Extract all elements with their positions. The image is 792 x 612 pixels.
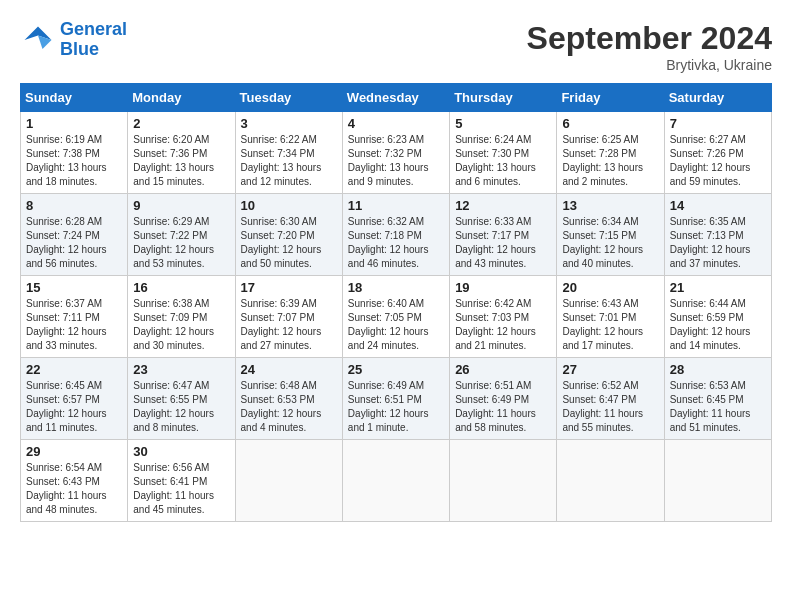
calendar-day-cell: 23Sunrise: 6:47 AM Sunset: 6:55 PM Dayli… [128,358,235,440]
day-number: 10 [241,198,337,213]
logo-icon [20,22,56,58]
calendar-day-cell: 24Sunrise: 6:48 AM Sunset: 6:53 PM Dayli… [235,358,342,440]
calendar-day-cell: 12Sunrise: 6:33 AM Sunset: 7:17 PM Dayli… [450,194,557,276]
day-number: 30 [133,444,229,459]
page-header: General Blue September 2024 Brytivka, Uk… [20,20,772,73]
calendar-day-header: Wednesday [342,84,449,112]
day-info: Sunrise: 6:32 AM Sunset: 7:18 PM Dayligh… [348,215,444,271]
day-info: Sunrise: 6:40 AM Sunset: 7:05 PM Dayligh… [348,297,444,353]
logo-text: General Blue [60,20,127,60]
day-number: 4 [348,116,444,131]
day-number: 16 [133,280,229,295]
logo-line2: Blue [60,39,99,59]
calendar-day-cell: 8Sunrise: 6:28 AM Sunset: 7:24 PM Daylig… [21,194,128,276]
day-info: Sunrise: 6:24 AM Sunset: 7:30 PM Dayligh… [455,133,551,189]
calendar-week-row: 8Sunrise: 6:28 AM Sunset: 7:24 PM Daylig… [21,194,772,276]
calendar-day-cell [664,440,771,522]
location: Brytivka, Ukraine [527,57,772,73]
day-info: Sunrise: 6:28 AM Sunset: 7:24 PM Dayligh… [26,215,122,271]
day-info: Sunrise: 6:49 AM Sunset: 6:51 PM Dayligh… [348,379,444,435]
day-info: Sunrise: 6:22 AM Sunset: 7:34 PM Dayligh… [241,133,337,189]
day-info: Sunrise: 6:19 AM Sunset: 7:38 PM Dayligh… [26,133,122,189]
day-number: 9 [133,198,229,213]
calendar-day-header: Monday [128,84,235,112]
calendar-header-row: SundayMondayTuesdayWednesdayThursdayFrid… [21,84,772,112]
calendar-day-header: Tuesday [235,84,342,112]
calendar-day-cell: 19Sunrise: 6:42 AM Sunset: 7:03 PM Dayli… [450,276,557,358]
calendar-day-cell: 1Sunrise: 6:19 AM Sunset: 7:38 PM Daylig… [21,112,128,194]
day-number: 13 [562,198,658,213]
calendar-day-cell: 10Sunrise: 6:30 AM Sunset: 7:20 PM Dayli… [235,194,342,276]
calendar-day-cell [342,440,449,522]
calendar-week-row: 22Sunrise: 6:45 AM Sunset: 6:57 PM Dayli… [21,358,772,440]
day-info: Sunrise: 6:51 AM Sunset: 6:49 PM Dayligh… [455,379,551,435]
calendar-day-cell: 5Sunrise: 6:24 AM Sunset: 7:30 PM Daylig… [450,112,557,194]
calendar-day-cell [557,440,664,522]
day-number: 27 [562,362,658,377]
day-number: 5 [455,116,551,131]
calendar-day-header: Thursday [450,84,557,112]
calendar-day-cell: 3Sunrise: 6:22 AM Sunset: 7:34 PM Daylig… [235,112,342,194]
calendar-day-cell: 9Sunrise: 6:29 AM Sunset: 7:22 PM Daylig… [128,194,235,276]
day-info: Sunrise: 6:54 AM Sunset: 6:43 PM Dayligh… [26,461,122,517]
day-number: 22 [26,362,122,377]
day-number: 29 [26,444,122,459]
day-info: Sunrise: 6:33 AM Sunset: 7:17 PM Dayligh… [455,215,551,271]
day-info: Sunrise: 6:42 AM Sunset: 7:03 PM Dayligh… [455,297,551,353]
calendar-week-row: 1Sunrise: 6:19 AM Sunset: 7:38 PM Daylig… [21,112,772,194]
day-number: 8 [26,198,122,213]
calendar-day-cell [450,440,557,522]
day-number: 18 [348,280,444,295]
day-number: 23 [133,362,229,377]
calendar-day-cell [235,440,342,522]
day-number: 2 [133,116,229,131]
calendar-day-cell: 18Sunrise: 6:40 AM Sunset: 7:05 PM Dayli… [342,276,449,358]
calendar-week-row: 15Sunrise: 6:37 AM Sunset: 7:11 PM Dayli… [21,276,772,358]
title-block: September 2024 Brytivka, Ukraine [527,20,772,73]
day-number: 7 [670,116,766,131]
day-number: 24 [241,362,337,377]
calendar-day-cell: 2Sunrise: 6:20 AM Sunset: 7:36 PM Daylig… [128,112,235,194]
day-number: 28 [670,362,766,377]
day-info: Sunrise: 6:38 AM Sunset: 7:09 PM Dayligh… [133,297,229,353]
calendar-day-cell: 4Sunrise: 6:23 AM Sunset: 7:32 PM Daylig… [342,112,449,194]
calendar-day-cell: 13Sunrise: 6:34 AM Sunset: 7:15 PM Dayli… [557,194,664,276]
day-info: Sunrise: 6:53 AM Sunset: 6:45 PM Dayligh… [670,379,766,435]
day-number: 3 [241,116,337,131]
logo-line1: General [60,19,127,39]
calendar-day-cell: 26Sunrise: 6:51 AM Sunset: 6:49 PM Dayli… [450,358,557,440]
day-number: 6 [562,116,658,131]
day-info: Sunrise: 6:35 AM Sunset: 7:13 PM Dayligh… [670,215,766,271]
day-info: Sunrise: 6:44 AM Sunset: 6:59 PM Dayligh… [670,297,766,353]
calendar-day-header: Sunday [21,84,128,112]
month-title: September 2024 [527,20,772,57]
day-number: 12 [455,198,551,213]
day-number: 14 [670,198,766,213]
day-number: 15 [26,280,122,295]
calendar-body: 1Sunrise: 6:19 AM Sunset: 7:38 PM Daylig… [21,112,772,522]
calendar-day-cell: 28Sunrise: 6:53 AM Sunset: 6:45 PM Dayli… [664,358,771,440]
calendar-header: SundayMondayTuesdayWednesdayThursdayFrid… [21,84,772,112]
calendar-day-header: Saturday [664,84,771,112]
calendar-day-cell: 16Sunrise: 6:38 AM Sunset: 7:09 PM Dayli… [128,276,235,358]
calendar-day-cell: 27Sunrise: 6:52 AM Sunset: 6:47 PM Dayli… [557,358,664,440]
day-info: Sunrise: 6:29 AM Sunset: 7:22 PM Dayligh… [133,215,229,271]
day-info: Sunrise: 6:34 AM Sunset: 7:15 PM Dayligh… [562,215,658,271]
logo: General Blue [20,20,127,60]
calendar-day-cell: 14Sunrise: 6:35 AM Sunset: 7:13 PM Dayli… [664,194,771,276]
day-number: 25 [348,362,444,377]
day-number: 26 [455,362,551,377]
day-number: 1 [26,116,122,131]
day-info: Sunrise: 6:20 AM Sunset: 7:36 PM Dayligh… [133,133,229,189]
calendar-table: SundayMondayTuesdayWednesdayThursdayFrid… [20,83,772,522]
calendar-day-cell: 11Sunrise: 6:32 AM Sunset: 7:18 PM Dayli… [342,194,449,276]
calendar-day-cell: 6Sunrise: 6:25 AM Sunset: 7:28 PM Daylig… [557,112,664,194]
calendar-day-cell: 7Sunrise: 6:27 AM Sunset: 7:26 PM Daylig… [664,112,771,194]
day-number: 20 [562,280,658,295]
day-info: Sunrise: 6:47 AM Sunset: 6:55 PM Dayligh… [133,379,229,435]
calendar-day-header: Friday [557,84,664,112]
calendar-day-cell: 15Sunrise: 6:37 AM Sunset: 7:11 PM Dayli… [21,276,128,358]
calendar-day-cell: 21Sunrise: 6:44 AM Sunset: 6:59 PM Dayli… [664,276,771,358]
day-info: Sunrise: 6:39 AM Sunset: 7:07 PM Dayligh… [241,297,337,353]
day-info: Sunrise: 6:30 AM Sunset: 7:20 PM Dayligh… [241,215,337,271]
